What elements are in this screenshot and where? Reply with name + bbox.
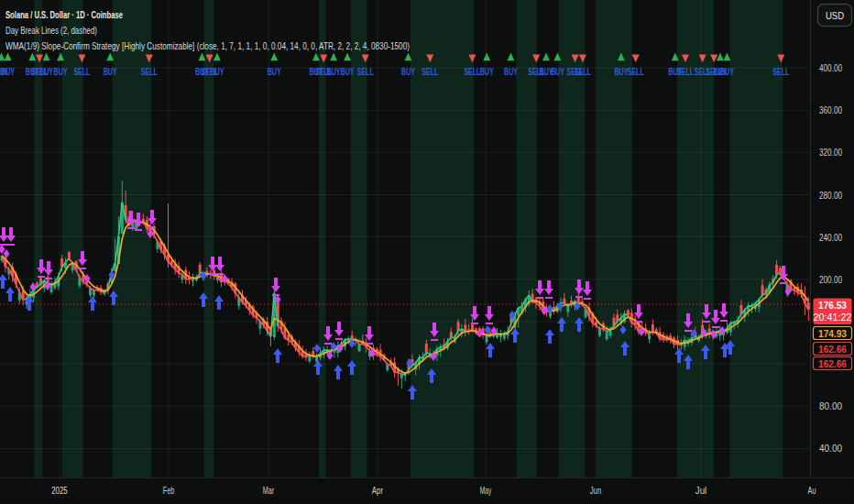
svg-text:WMA(1/9) Slope-Confirm Strateg: WMA(1/9) Slope-Confirm Strategy [Highly … [5,40,410,51]
svg-text:SELL: SELL [575,67,591,77]
svg-text:200.00: 200.00 [819,274,842,285]
svg-text:SELL: SELL [357,67,374,77]
svg-text:SELL: SELL [464,67,480,77]
svg-text:BUY: BUY [1,67,15,77]
svg-text:162.66: 162.66 [818,344,847,355]
svg-text:SELL: SELL [422,67,438,77]
svg-text:SELL: SELL [31,67,48,77]
svg-text:SELL: SELL [315,67,332,77]
svg-text:40.00: 40.00 [819,443,842,454]
svg-text:BUY: BUY [401,67,415,77]
svg-text:Jul: Jul [695,485,707,496]
svg-text:240.00: 240.00 [819,232,842,243]
svg-text:SELL: SELL [73,67,90,77]
svg-text:Mar: Mar [263,485,275,496]
svg-text:176.53: 176.53 [818,300,847,311]
svg-text:SELL: SELL [677,67,694,77]
svg-text:400.00: 400.00 [819,62,842,73]
svg-text:280.00: 280.00 [819,190,842,201]
svg-text:Jun: Jun [590,485,602,496]
svg-text:BUY: BUY [504,67,518,77]
svg-text:20:41:22: 20:41:22 [814,312,852,323]
svg-text:80.00: 80.00 [819,400,842,411]
svg-text:USD: USD [826,10,844,21]
svg-text:BUY: BUY [341,67,355,77]
svg-text:SELL: SELL [772,67,789,77]
svg-text:SELL: SELL [202,67,218,77]
svg-text:174.93: 174.93 [818,328,847,339]
svg-text:BUY: BUY [104,67,117,77]
svg-text:BUY: BUY [54,67,68,77]
svg-text:SELL: SELL [628,67,644,77]
svg-text:Solana / U.S. Dollar · 1D · Co: Solana / U.S. Dollar · 1D · Coinbase [5,9,123,20]
svg-text:360.00: 360.00 [819,104,842,115]
svg-text:Au: Au [808,485,816,496]
svg-text:BUY: BUY [480,67,494,77]
svg-text:Apr: Apr [372,485,384,496]
svg-text:SELL: SELL [528,67,544,77]
svg-text:2025: 2025 [51,485,68,496]
svg-text:320.00: 320.00 [819,147,842,158]
svg-text:May: May [480,485,492,496]
svg-text:Feb: Feb [163,485,175,496]
svg-text:SELL: SELL [141,67,158,77]
svg-text:BUY: BUY [614,67,628,77]
svg-text:BUY: BUY [268,67,281,77]
svg-text:SELL: SELL [706,67,722,77]
svg-text:Day Break Lines (2, dashed): Day Break Lines (2, dashed) [5,25,97,36]
svg-text:162.66: 162.66 [818,358,847,369]
svg-text:BUY: BUY [551,67,564,77]
